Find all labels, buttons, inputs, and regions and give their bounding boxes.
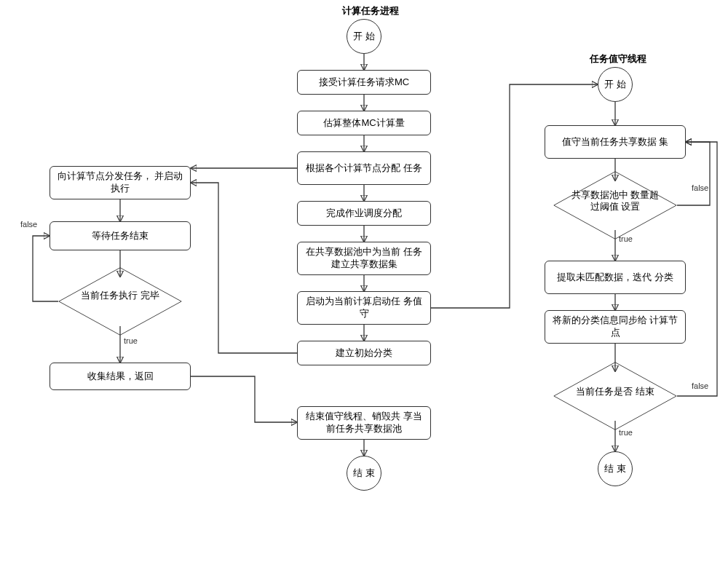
diamond-task-end bbox=[553, 362, 677, 430]
box-end-daemon: 结束值守线程、销毁共 享当前任务共享数据池 bbox=[297, 406, 431, 440]
box-collect-return: 收集结果，返回 bbox=[50, 363, 191, 390]
box-extract-iterate: 提取未匹配数据，迭代 分类 bbox=[545, 261, 686, 294]
box-accept-task: 接受计算任务请求MC bbox=[297, 70, 431, 95]
box-allocate-nodes: 根据各个计算节点分配 任务 bbox=[297, 151, 431, 185]
start-daemon: 开 始 bbox=[598, 67, 633, 102]
label-false-end: false bbox=[692, 381, 708, 390]
box-start-daemon: 启动为当前计算启动任 务值守 bbox=[297, 291, 431, 325]
title-daemon: 任务值守线程 bbox=[590, 52, 646, 66]
box-guard-shared: 值守当前任务共享数据 集 bbox=[545, 125, 686, 159]
box-dispatch-start: 向计算节点分发任务， 并启动执行 bbox=[50, 166, 191, 199]
box-estimate-mc: 估算整体MC计算量 bbox=[297, 111, 431, 135]
start-main: 开 始 bbox=[347, 19, 381, 54]
label-true-end: true bbox=[619, 428, 633, 437]
end-daemon: 结 束 bbox=[598, 451, 633, 486]
box-wait-task: 等待任务结束 bbox=[50, 221, 191, 250]
label-false-threshold: false bbox=[692, 183, 708, 192]
label-false-left: false bbox=[20, 220, 37, 229]
box-build-shared: 在共享数据池中为当前 任务建立共享数据集 bbox=[297, 242, 431, 275]
box-init-classify: 建立初始分类 bbox=[297, 341, 431, 365]
label-true-threshold: true bbox=[619, 234, 633, 243]
diamond-task-done bbox=[58, 267, 182, 335]
end-main: 结 束 bbox=[347, 456, 381, 491]
box-sync-classify: 将新的分类信息同步给 计算节点 bbox=[545, 310, 686, 344]
label-true-left: true bbox=[124, 336, 138, 345]
diamond-threshold bbox=[553, 171, 677, 239]
title-main: 计算任务进程 bbox=[342, 4, 399, 17]
box-finish-schedule: 完成作业调度分配 bbox=[297, 201, 431, 226]
